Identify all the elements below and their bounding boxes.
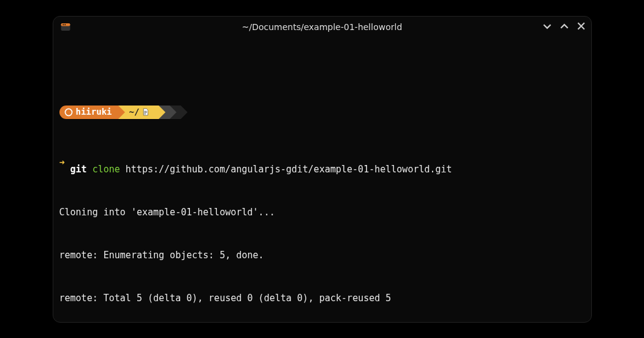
window-controls (543, 22, 585, 32)
output-line: Cloning into 'example-01-helloworld'... (59, 205, 585, 220)
prompt-user: hiiruki (76, 106, 112, 119)
svg-point-2 (63, 24, 64, 25)
folder-icon (142, 108, 150, 116)
svg-point-5 (66, 109, 71, 115)
app-icon (59, 21, 72, 33)
prompt: hiiruki ~/ (59, 106, 585, 119)
output-line: remote: Total 5 (delta 0), reused 0 (del… (59, 291, 585, 305)
command-binary: git (70, 164, 87, 175)
window-title: ~/Documents/example-01-helloworld (53, 22, 591, 32)
svg-point-3 (64, 24, 66, 25)
command-argument: https://github.com/angularjs-gdit/exampl… (126, 164, 452, 175)
minimize-button[interactable] (543, 22, 551, 32)
terminal-body[interactable]: hiiruki ~/ ➜ git clone https://github.co… (53, 37, 591, 322)
output-line: remote: Enumerating objects: 5, done. (59, 248, 585, 263)
prompt-user-segment: hiiruki (59, 106, 118, 119)
terminal-window: ~/Documents/example-01-helloworld hiiruk… (53, 16, 592, 323)
command-subcommand: clone (93, 164, 120, 175)
prompt-path: ~/ (129, 106, 140, 119)
close-button[interactable] (577, 22, 585, 31)
maximize-button[interactable] (560, 22, 569, 32)
fedora-icon (64, 108, 73, 117)
prompt-arrow-icon: ➜ (59, 156, 67, 170)
command-line: ➜ git clone https://github.com/angularjs… (59, 148, 585, 177)
titlebar: ~/Documents/example-01-helloworld (53, 17, 591, 37)
